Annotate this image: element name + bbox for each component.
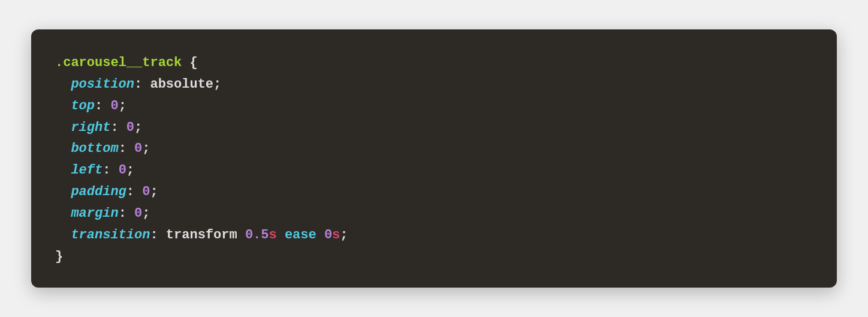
css-number: 0.5 <box>245 228 269 243</box>
css-property: margin <box>71 206 118 221</box>
css-value: transform <box>166 228 245 243</box>
css-property: bottom <box>71 141 118 156</box>
css-property: right <box>71 120 110 135</box>
code-line-brace-close: } <box>55 246 813 268</box>
css-number: 0 <box>142 184 150 199</box>
css-number: 0 <box>126 120 134 135</box>
css-property: left <box>71 163 103 178</box>
css-unit: s <box>269 228 276 243</box>
css-property: padding <box>71 184 126 199</box>
brace-close: } <box>55 249 63 264</box>
css-property: transition <box>71 228 150 243</box>
css-selector: .carousel__track <box>55 55 182 70</box>
code-line-right: right: 0; <box>55 117 813 139</box>
css-property: top <box>71 98 95 113</box>
css-number: 0 <box>134 141 142 156</box>
css-keyword: ease <box>285 228 317 243</box>
brace-open: { <box>182 55 197 70</box>
css-number: 0 <box>134 206 142 221</box>
css-number: 0 <box>110 98 118 113</box>
css-unit: s <box>332 228 340 243</box>
code-line-padding: padding: 0; <box>55 181 813 203</box>
code-line-margin: margin: 0; <box>55 203 813 225</box>
css-property: position <box>71 77 134 92</box>
code-line-selector: .carousel__track { <box>55 52 813 74</box>
code-line-position: position: absolute; <box>55 74 813 95</box>
code-line-top: top: 0; <box>55 95 813 117</box>
css-code-block: .carousel__track { position: absolute; t… <box>31 29 837 288</box>
css-number: 0 <box>324 228 332 243</box>
code-line-bottom: bottom: 0; <box>55 138 813 160</box>
css-number: 0 <box>119 163 126 178</box>
css-value: absolute <box>150 77 213 92</box>
code-line-left: left: 0; <box>55 160 813 181</box>
code-line-transition: transition: transform 0.5s ease 0s; <box>55 225 813 246</box>
